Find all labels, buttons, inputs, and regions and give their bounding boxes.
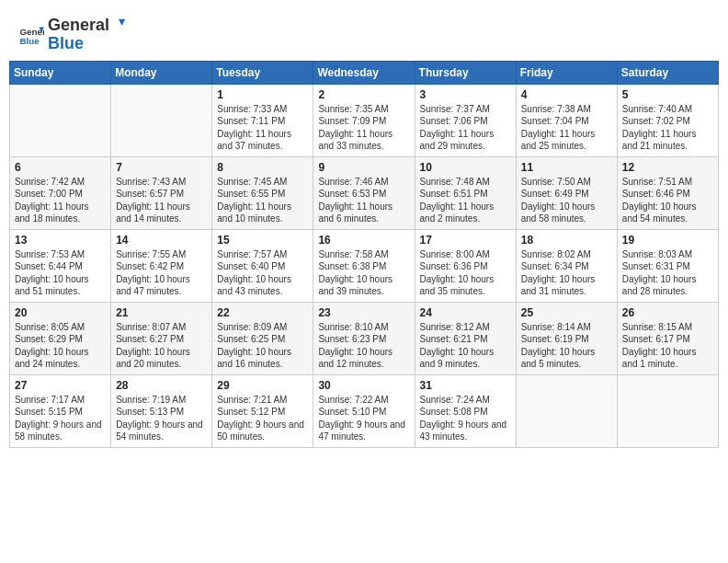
day-number: 9 <box>318 161 409 174</box>
day-info: Sunrise: 8:10 AM Sunset: 6:23 PM Dayligh… <box>318 321 409 371</box>
calendar-cell: 15Sunrise: 7:57 AM Sunset: 6:40 PM Dayli… <box>212 229 313 302</box>
day-info: Sunrise: 7:43 AM Sunset: 6:57 PM Dayligh… <box>116 176 207 225</box>
day-number: 11 <box>521 161 612 174</box>
svg-text:Blue: Blue <box>19 36 40 46</box>
day-of-week-header: Monday <box>111 61 212 84</box>
calendar-cell: 28Sunrise: 7:19 AM Sunset: 5:13 PM Dayli… <box>111 374 212 447</box>
calendar-cell: 3Sunrise: 7:37 AM Sunset: 7:06 PM Daylig… <box>415 84 516 156</box>
calendar-cell: 10Sunrise: 7:48 AM Sunset: 6:51 PM Dayli… <box>415 156 516 229</box>
day-number: 14 <box>116 234 207 247</box>
day-info: Sunrise: 7:48 AM Sunset: 6:51 PM Dayligh… <box>420 176 511 225</box>
calendar-cell <box>10 84 111 156</box>
calendar-cell: 20Sunrise: 8:05 AM Sunset: 6:29 PM Dayli… <box>10 302 111 374</box>
day-number: 12 <box>622 161 713 174</box>
calendar-cell: 21Sunrise: 8:07 AM Sunset: 6:27 PM Dayli… <box>111 302 212 374</box>
day-info: Sunrise: 8:12 AM Sunset: 6:21 PM Dayligh… <box>420 321 511 371</box>
day-info: Sunrise: 8:00 AM Sunset: 6:36 PM Dayligh… <box>420 248 511 298</box>
day-number: 30 <box>318 379 409 392</box>
day-info: Sunrise: 7:40 AM Sunset: 7:02 PM Dayligh… <box>622 103 713 153</box>
logo-text: General Blue <box>48 17 128 53</box>
day-info: Sunrise: 7:53 AM Sunset: 6:44 PM Dayligh… <box>15 248 106 298</box>
calendar-cell: 12Sunrise: 7:51 AM Sunset: 6:46 PM Dayli… <box>617 156 718 229</box>
day-info: Sunrise: 7:45 AM Sunset: 6:55 PM Dayligh… <box>217 176 308 225</box>
day-number: 24 <box>420 306 511 319</box>
day-number: 27 <box>15 379 106 392</box>
calendar-cell: 9Sunrise: 7:46 AM Sunset: 6:53 PM Daylig… <box>313 156 415 229</box>
calendar-cell: 8Sunrise: 7:45 AM Sunset: 6:55 PM Daylig… <box>212 156 313 229</box>
logo-icon: General Blue <box>18 22 44 48</box>
day-info: Sunrise: 8:14 AM Sunset: 6:19 PM Dayligh… <box>521 321 612 371</box>
day-info: Sunrise: 8:03 AM Sunset: 6:31 PM Dayligh… <box>622 248 713 298</box>
calendar-cell: 6Sunrise: 7:42 AM Sunset: 7:00 PM Daylig… <box>10 156 111 229</box>
calendar-cell: 2Sunrise: 7:35 AM Sunset: 7:09 PM Daylig… <box>313 84 415 156</box>
day-of-week-header: Thursday <box>415 61 516 84</box>
day-number: 25 <box>521 306 612 319</box>
calendar-cell <box>111 84 212 156</box>
day-info: Sunrise: 7:19 AM Sunset: 5:13 PM Dayligh… <box>116 394 207 443</box>
day-info: Sunrise: 7:55 AM Sunset: 6:42 PM Dayligh… <box>116 248 207 298</box>
day-number: 29 <box>217 379 308 392</box>
day-of-week-header: Friday <box>516 61 617 84</box>
calendar-cell: 27Sunrise: 7:17 AM Sunset: 5:15 PM Dayli… <box>10 374 111 447</box>
day-info: Sunrise: 7:17 AM Sunset: 5:15 PM Dayligh… <box>15 394 106 443</box>
day-of-week-header: Wednesday <box>313 61 415 84</box>
calendar-cell: 18Sunrise: 8:02 AM Sunset: 6:34 PM Dayli… <box>516 229 617 302</box>
day-number: 4 <box>521 88 612 101</box>
calendar-cell: 29Sunrise: 7:21 AM Sunset: 5:12 PM Dayli… <box>212 374 313 447</box>
day-number: 26 <box>622 306 713 319</box>
day-info: Sunrise: 7:46 AM Sunset: 6:53 PM Dayligh… <box>318 176 409 225</box>
day-number: 13 <box>15 234 106 247</box>
day-info: Sunrise: 8:15 AM Sunset: 6:17 PM Dayligh… <box>622 321 713 371</box>
calendar-cell <box>617 374 718 447</box>
day-info: Sunrise: 8:05 AM Sunset: 6:29 PM Dayligh… <box>15 321 106 371</box>
day-number: 20 <box>15 306 106 319</box>
calendar-cell: 23Sunrise: 8:10 AM Sunset: 6:23 PM Dayli… <box>313 302 415 374</box>
day-of-week-header: Sunday <box>10 61 111 84</box>
day-info: Sunrise: 7:42 AM Sunset: 7:00 PM Dayligh… <box>15 176 106 225</box>
day-info: Sunrise: 7:50 AM Sunset: 6:49 PM Dayligh… <box>521 176 612 225</box>
day-info: Sunrise: 7:21 AM Sunset: 5:12 PM Dayligh… <box>217 394 308 443</box>
day-number: 16 <box>318 234 409 247</box>
calendar-cell: 7Sunrise: 7:43 AM Sunset: 6:57 PM Daylig… <box>111 156 212 229</box>
calendar-cell: 25Sunrise: 8:14 AM Sunset: 6:19 PM Dayli… <box>516 302 617 374</box>
calendar-cell: 17Sunrise: 8:00 AM Sunset: 6:36 PM Dayli… <box>415 229 516 302</box>
day-info: Sunrise: 7:22 AM Sunset: 5:10 PM Dayligh… <box>318 394 409 443</box>
calendar-cell: 31Sunrise: 7:24 AM Sunset: 5:08 PM Dayli… <box>415 374 516 447</box>
logo: General Blue General Blue <box>18 17 128 53</box>
day-info: Sunrise: 7:38 AM Sunset: 7:04 PM Dayligh… <box>521 103 612 153</box>
day-number: 5 <box>622 88 713 101</box>
calendar-cell: 13Sunrise: 7:53 AM Sunset: 6:44 PM Dayli… <box>10 229 111 302</box>
day-number: 15 <box>217 234 308 247</box>
day-of-week-header: Saturday <box>617 61 718 84</box>
day-number: 18 <box>521 234 612 247</box>
day-number: 17 <box>420 234 511 247</box>
day-number: 19 <box>622 234 713 247</box>
day-info: Sunrise: 7:35 AM Sunset: 7:09 PM Dayligh… <box>318 103 409 153</box>
calendar-cell: 26Sunrise: 8:15 AM Sunset: 6:17 PM Dayli… <box>617 302 718 374</box>
day-number: 1 <box>217 88 308 101</box>
calendar: SundayMondayTuesdayWednesdayThursdayFrid… <box>9 61 719 448</box>
day-info: Sunrise: 7:51 AM Sunset: 6:46 PM Dayligh… <box>622 176 713 225</box>
day-number: 6 <box>15 161 106 174</box>
day-info: Sunrise: 7:57 AM Sunset: 6:40 PM Dayligh… <box>217 248 308 298</box>
calendar-cell: 30Sunrise: 7:22 AM Sunset: 5:10 PM Dayli… <box>313 374 415 447</box>
day-info: Sunrise: 7:24 AM Sunset: 5:08 PM Dayligh… <box>420 394 511 443</box>
day-number: 8 <box>217 161 308 174</box>
day-number: 22 <box>217 306 308 319</box>
calendar-cell: 19Sunrise: 8:03 AM Sunset: 6:31 PM Dayli… <box>617 229 718 302</box>
day-number: 28 <box>116 379 207 392</box>
day-info: Sunrise: 7:58 AM Sunset: 6:38 PM Dayligh… <box>318 248 409 298</box>
calendar-cell <box>516 374 617 447</box>
header: General Blue General Blue <box>9 9 719 53</box>
day-info: Sunrise: 7:37 AM Sunset: 7:06 PM Dayligh… <box>420 103 511 153</box>
calendar-cell: 16Sunrise: 7:58 AM Sunset: 6:38 PM Dayli… <box>313 229 415 302</box>
day-info: Sunrise: 7:33 AM Sunset: 7:11 PM Dayligh… <box>217 103 308 153</box>
day-number: 2 <box>318 88 409 101</box>
calendar-cell: 22Sunrise: 8:09 AM Sunset: 6:25 PM Dayli… <box>212 302 313 374</box>
day-number: 7 <box>116 161 207 174</box>
day-number: 31 <box>420 379 511 392</box>
day-number: 23 <box>318 306 409 319</box>
day-number: 21 <box>116 306 207 319</box>
day-of-week-header: Tuesday <box>212 61 313 84</box>
calendar-cell: 11Sunrise: 7:50 AM Sunset: 6:49 PM Dayli… <box>516 156 617 229</box>
